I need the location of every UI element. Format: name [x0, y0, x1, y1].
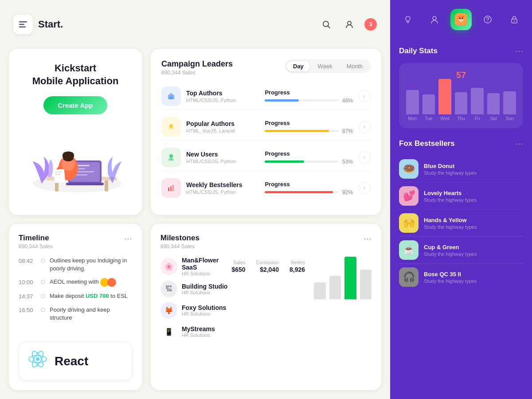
- sidebar-icon-bulb[interactable]: [397, 9, 419, 30]
- bar: [471, 88, 484, 114]
- bestseller-sub: Study the highway types: [424, 224, 523, 230]
- bar-item: Sat: [487, 93, 500, 121]
- campaign-row: Popular Authors HTML, VueJS, Laravel Pro…: [161, 113, 371, 141]
- notification-badge[interactable]: 3: [364, 18, 377, 31]
- row-info: Top Authors HTML/CSS/JS, Python: [186, 90, 259, 103]
- milestone-col-sales: Sales $650: [231, 260, 245, 273]
- react-label: React: [55, 354, 88, 368]
- sidebar-icon-question[interactable]: [477, 9, 498, 30]
- campaign-rows: Top Authors HTML/CSS/JS, Python Progress…: [161, 83, 371, 201]
- milestone-sub: HR Solutions: [182, 290, 305, 295]
- daily-stats-title: Daily Stats: [399, 47, 438, 55]
- row-arrow[interactable]: ›: [358, 90, 371, 102]
- milestones-title: Milestones: [160, 234, 200, 243]
- milestone-item: 🏗 Building Studio HR Solutions: [160, 281, 305, 297]
- bestseller-item[interactable]: 🎧 Bose QC 35 II Study the highway types: [399, 264, 523, 290]
- daily-stats-dots[interactable]: ⋯: [515, 46, 523, 56]
- bar-item: Thu: [455, 92, 468, 121]
- bar-label: Fri: [475, 116, 480, 121]
- bar-item: Tue: [422, 94, 435, 121]
- illustration: [20, 121, 131, 197]
- bar: [406, 90, 419, 114]
- period-tabs: Day Week Month: [285, 59, 371, 73]
- bestseller-name: Hands & Yellow: [424, 217, 523, 223]
- bestseller-item[interactable]: 💕 Lovely Hearts Study the highway types: [399, 183, 523, 210]
- milestone-icon: 📱: [160, 323, 177, 340]
- period-tab-month[interactable]: Month: [340, 61, 369, 71]
- daily-stats-header: Daily Stats ⋯: [399, 46, 523, 56]
- bar-item: Mon: [406, 90, 419, 121]
- sidebar-icon-fox[interactable]: [450, 9, 472, 30]
- row-sub: HTML/CSS/JS, Python: [186, 98, 259, 103]
- logo-icon: [13, 15, 33, 34]
- campaign-header: Campaign Leaders 890,344 Sales Day Week …: [161, 59, 371, 76]
- progress-pct: 53%: [342, 159, 353, 165]
- react-logo-icon: [28, 349, 47, 373]
- content-grid: Kickstart Mobile Application Create App: [0, 49, 390, 399]
- timeline-item: 08:42 Outlines keep you Indulging in poo…: [19, 257, 132, 273]
- row-arrow[interactable]: ›: [358, 121, 371, 133]
- svg-point-24: [169, 124, 173, 128]
- svg-rect-20: [54, 169, 66, 183]
- milestone-sub: HR Solutions: [182, 311, 305, 317]
- svg-rect-30: [172, 185, 174, 191]
- bestseller-sub: Study the highway types: [424, 251, 523, 257]
- svg-point-50: [514, 21, 515, 22]
- create-app-button[interactable]: Create App: [43, 96, 107, 114]
- svg-rect-28: [168, 188, 169, 191]
- bestseller-sub: Study the highway types: [424, 197, 523, 203]
- bestseller-thumb: 🍩: [399, 159, 419, 179]
- svg-point-48: [487, 21, 488, 22]
- progress-label: Progress: [265, 120, 353, 126]
- right-sidebar: Daily Stats ⋯ 57 Mon Tue Wed Thu Fri Sat…: [390, 0, 532, 399]
- bestseller-info: Blue Donut Study the highway types: [424, 163, 523, 176]
- milestones-chart: [314, 257, 372, 301]
- svg-point-44: [461, 20, 462, 20]
- period-tab-day[interactable]: Day: [287, 61, 310, 71]
- progress-bar-wrap: 46%: [265, 98, 353, 104]
- fox-bestsellers-section: Fox Bestsellers ⋯ 🍩 Blue Donut Study the…: [399, 139, 523, 290]
- row-arrow[interactable]: ›: [358, 182, 371, 194]
- search-button[interactable]: [318, 16, 334, 32]
- bestseller-item[interactable]: ☕ Cup & Green Study the highway types: [399, 237, 523, 264]
- period-tab-week[interactable]: Week: [312, 61, 339, 71]
- bestseller-sub: Study the highway types: [424, 170, 523, 176]
- bestseller-info: Hands & Yellow Study the highway types: [424, 217, 523, 230]
- user-button[interactable]: [341, 16, 357, 32]
- milestones-content: 🌸 Man&Flower SaaS HR Solutions Sales $65…: [160, 257, 372, 340]
- chart-bar: [344, 257, 356, 299]
- sidebar-icon-user[interactable]: [424, 9, 445, 30]
- row-arrow[interactable]: ›: [358, 151, 371, 164]
- chart-bar: [314, 282, 326, 299]
- row-info: Popular Authors HTML, VueJS, Laravel: [186, 120, 259, 133]
- row-name: Top Authors: [186, 90, 259, 97]
- svg-point-31: [36, 357, 39, 361]
- bestseller-thumb: 🎧: [399, 267, 419, 287]
- milestones-dots[interactable]: ⋯: [364, 234, 372, 243]
- timeline-dots[interactable]: ⋯: [124, 234, 132, 243]
- campaign-subtitle: 890,344 Sales: [161, 70, 233, 76]
- row-icon: [161, 86, 181, 106]
- svg-point-45: [458, 20, 460, 21]
- milestone-item: 📱 MyStreams HR Solutions: [160, 323, 305, 340]
- bestseller-item[interactable]: 🙌 Hands & Yellow Study the highway types: [399, 210, 523, 237]
- fox-bestsellers-dots[interactable]: ⋯: [515, 139, 523, 149]
- bestseller-item[interactable]: 🍩 Blue Donut Study the highway types: [399, 156, 523, 183]
- progress-bar-wrap: 92%: [265, 189, 353, 196]
- bestseller-sub: Study the highway types: [424, 278, 523, 284]
- progress-bar-bg: [265, 191, 339, 193]
- svg-point-36: [433, 16, 436, 20]
- milestone-item: 🦊 Foxy Solutions HR Solutions: [160, 302, 305, 319]
- tl-time: 16:50: [19, 306, 36, 313]
- milestone-sub: HR Solutions: [182, 332, 305, 338]
- campaign-row: Weekly Bestsellers HTML/CSS/JS, Python P…: [161, 175, 371, 201]
- row-name: New Users: [186, 151, 259, 158]
- milestones-header-left: Milestones 890,344 Sales: [160, 234, 200, 250]
- sidebar-icon-lock[interactable]: [504, 9, 525, 30]
- row-info: Weekly Bestsellers HTML/CSS/JS, Python: [186, 181, 259, 195]
- row-progress: Progress 92%: [265, 181, 353, 196]
- bestseller-name: Blue Donut: [424, 163, 523, 169]
- progress-bar-fill: [265, 99, 299, 102]
- progress-bar-fill: [265, 160, 304, 163]
- progress-bar-fill: [265, 130, 329, 132]
